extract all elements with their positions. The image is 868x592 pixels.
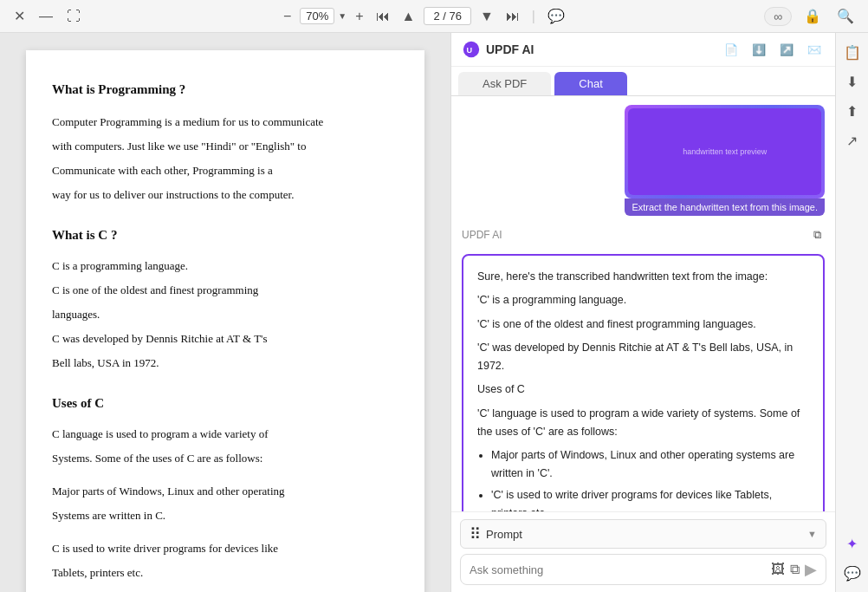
zoom-in-button[interactable]: +: [352, 7, 366, 26]
ai-header-icons: 📄 ⬇️ ↗️ ✉️: [721, 42, 825, 58]
image-preview-inner: handwritten text preview: [628, 108, 821, 195]
ask-icons: 🖼 ⧉ ▶: [771, 560, 817, 579]
download-icon-btn[interactable]: ⬇️: [748, 42, 769, 58]
next-page-button[interactable]: ▼: [476, 7, 497, 26]
ai-label-row: UPDF AI ⧉: [462, 224, 825, 245]
ai-response-box: Sure, here's the transcribed handwritten…: [462, 254, 825, 511]
infinity-badge[interactable]: ∞: [764, 7, 792, 26]
hw-line: C is used to write driver programs for d…: [52, 537, 398, 560]
bullet-2: 'C' is used to write driver programs for…: [491, 486, 809, 512]
hw-line: What is C ?: [52, 222, 398, 248]
close-button[interactable]: ✕: [10, 6, 29, 26]
top-bar-left: ✕ — ⛶: [10, 6, 84, 26]
sidebar-ai-button[interactable]: ✦: [840, 531, 865, 556]
image-attach-button[interactable]: 🖼: [771, 562, 785, 577]
hw-line: C is one of the oldest and finest progra…: [52, 279, 398, 302]
svg-text:U: U: [467, 46, 473, 55]
response-line-3: 'C' was developed by Dennis Ritchie at A…: [477, 339, 809, 376]
response-prefix: 'C' language is used to program a wide v…: [477, 405, 809, 442]
top-bar-center: − 70% ▼ + ⏮ ▲ 2 / 76 ▼ ⏭ | 💬: [280, 6, 568, 26]
image-preview-box: handwritten text preview: [625, 105, 825, 198]
send-button[interactable]: ▶: [805, 560, 817, 579]
sidebar-upload-button[interactable]: ⬆: [840, 99, 865, 123]
hw-line: C language is used to program a wide var…: [52, 423, 398, 446]
prompt-dots-icon: ⠿: [470, 524, 481, 543]
hw-line: Bell labs, USA in 1972.: [52, 352, 398, 374]
user-image-message: handwritten text preview Extract the han…: [625, 105, 825, 216]
lock-button[interactable]: 🔒: [800, 6, 825, 26]
response-line-1: 'C' is a programming language.: [477, 291, 809, 309]
prompt-area: ⠿ Prompt ▼ 🖼 ⧉ ▶: [451, 511, 835, 592]
prev-page-button[interactable]: ▲: [398, 7, 419, 26]
ai-panel: U UPDF AI 📄 ⬇️ ↗️ ✉️ Ask PDF Chat: [450, 33, 835, 592]
updf-logo: U: [462, 40, 481, 59]
response-line-4: Uses of C: [477, 381, 809, 399]
hw-line: Systems are written in C.: [52, 504, 398, 527]
tab-bar: Ask PDF Chat: [451, 67, 835, 96]
page-display: 2 / 76: [424, 7, 471, 25]
zoom-dropdown-icon[interactable]: ▼: [338, 11, 347, 21]
hw-line: C is a programming language.: [52, 255, 398, 277]
hw-line: Uses of C: [52, 390, 398, 416]
pdf-page: What is Programming ? Computer Programmi…: [26, 50, 424, 592]
ai-body: handwritten text preview Extract the han…: [451, 96, 835, 511]
zoom-display: 70% ▼: [300, 8, 347, 24]
zoom-value[interactable]: 70%: [300, 8, 334, 24]
right-icon-bar: 📋 ⬇ ⬆ ↗ ✦ 💬: [835, 33, 868, 592]
total-pages: 76: [450, 10, 462, 23]
hw-line: Communicate with each other, Programming…: [52, 159, 398, 182]
maximize-button[interactable]: ⛶: [63, 7, 84, 26]
bullet-1: Major parts of Windows, Linux and other …: [491, 446, 809, 484]
page-separator: /: [443, 10, 449, 23]
main-content: What is Programming ? Computer Programmi…: [0, 33, 868, 592]
hw-line: Systems. Some of the uses of C are as fo…: [52, 447, 398, 470]
ask-input[interactable]: [470, 563, 766, 576]
prompt-selector[interactable]: ⠿ Prompt ▼: [460, 519, 826, 549]
ai-header: U UPDF AI 📄 ⬇️ ↗️ ✉️: [451, 33, 835, 67]
ai-brand: U UPDF AI: [462, 40, 534, 59]
hw-line: What is Programming ?: [52, 76, 398, 102]
response-intro: Sure, here's the transcribed handwritten…: [477, 268, 809, 286]
prompt-label: Prompt: [486, 528, 522, 541]
zoom-out-button[interactable]: −: [280, 7, 295, 26]
top-bar: ✕ — ⛶ − 70% ▼ + ⏮ ▲ 2 / 76 ▼ ⏭ | 💬 ∞ 🔒 🔍: [0, 0, 868, 33]
hw-line: languages.: [52, 303, 398, 326]
sidebar-download-button[interactable]: ⬇: [840, 69, 865, 94]
screenshot-button[interactable]: ⧉: [790, 562, 800, 577]
hw-line: Computer Programming is a medium for us …: [52, 111, 398, 133]
ask-input-row: 🖼 ⧉ ▶: [460, 554, 826, 585]
ai-label: UPDF AI: [462, 229, 502, 241]
comment-button[interactable]: 💬: [544, 6, 568, 26]
prompt-selector-left: ⠿ Prompt: [470, 524, 522, 543]
hw-line: Major parts of Windows, Linux and other …: [52, 480, 398, 503]
first-page-button[interactable]: ⏮: [372, 7, 393, 26]
share-icon-btn[interactable]: ↗️: [776, 42, 797, 58]
hw-line: with computers. Just like we use "Hindi"…: [52, 135, 398, 158]
extract-label: Extract the handwritten text from this i…: [625, 198, 825, 216]
minimize-button[interactable]: —: [36, 7, 56, 26]
sidebar-ocr-button[interactable]: 📋: [840, 40, 865, 64]
ocr-icon-btn[interactable]: 📄: [721, 42, 742, 58]
search-button[interactable]: 🔍: [833, 6, 858, 26]
hw-line: way for us to deliver our instructions t…: [52, 184, 398, 206]
current-page[interactable]: 2: [433, 10, 439, 23]
handwritten-content: What is Programming ? Computer Programmi…: [52, 76, 398, 592]
tab-chat[interactable]: Chat: [554, 72, 626, 95]
response-line-2: 'C' is one of the oldest and finest prog…: [477, 316, 809, 334]
top-bar-right: ∞ 🔒 🔍: [764, 6, 858, 26]
brand-name: UPDF AI: [486, 42, 534, 56]
image-text-overlay: handwritten text preview: [683, 146, 767, 158]
hw-line: C was developed by Dennis Ritchie at AT …: [52, 328, 398, 350]
response-bullets: Major parts of Windows, Linux and other …: [491, 446, 809, 511]
sidebar-share-button[interactable]: ↗: [840, 128, 865, 153]
sidebar-chat-button[interactable]: 💬: [840, 561, 865, 585]
email-icon-btn[interactable]: ✉️: [804, 42, 825, 58]
last-page-button[interactable]: ⏭: [502, 7, 523, 26]
hw-line: Tablets, printers etc.: [52, 562, 398, 584]
prompt-chevron-icon: ▼: [807, 529, 817, 539]
tab-ask-pdf[interactable]: Ask PDF: [458, 72, 551, 95]
pdf-panel: What is Programming ? Computer Programmi…: [0, 33, 450, 592]
copy-button[interactable]: ⧉: [810, 226, 825, 244]
